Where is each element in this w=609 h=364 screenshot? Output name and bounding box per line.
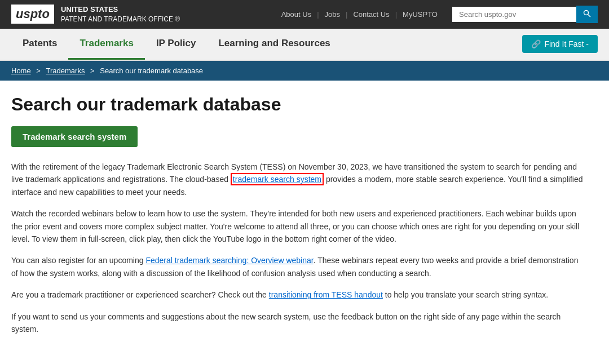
jobs-link[interactable]: Jobs — [319, 10, 346, 19]
breadcrumb-current: Search our trademark database — [100, 66, 203, 75]
nav-ip-policy[interactable]: IP Policy — [145, 29, 208, 60]
agency-text: UNITED STATES PATENT AND TRADEMARK OFFIC… — [61, 5, 180, 24]
find-it-fast-button[interactable]: 🔗 Find It Fast - — [522, 35, 598, 53]
find-it-fast-label: Find It Fast - — [544, 39, 589, 48]
para4: Are you a trademark practitioner or expe… — [11, 288, 586, 301]
page-title: Search our trademark database — [11, 94, 586, 115]
main-content: Search our trademark database Trademark … — [0, 81, 598, 358]
para4-after: to help you translate your search string… — [383, 290, 548, 299]
uspto-logo: uspto — [11, 5, 54, 24]
agency-line1: UNITED STATES — [61, 5, 180, 15]
nav-trademarks[interactable]: Trademarks — [68, 29, 144, 60]
search-input[interactable] — [452, 7, 576, 22]
para4-before: Are you a trademark practitioner or expe… — [11, 290, 269, 299]
trademark-search-button[interactable]: Trademark search system — [11, 126, 138, 147]
search-icon — [583, 10, 591, 17]
agency-line2: PATENT AND TRADEMARK OFFICE ® — [61, 15, 180, 24]
tess-handout-link[interactable]: transitioning from TESS handout — [269, 290, 383, 299]
search-bar — [452, 6, 598, 23]
para2: Watch the recorded webinars below to lea… — [11, 207, 586, 245]
federal-webinar-link[interactable]: Federal trademark searching: Overview we… — [145, 256, 313, 265]
para1: With the retirement of the legacy Tradem… — [11, 161, 586, 198]
logo-area: uspto UNITED STATES PATENT AND TRADEMARK… — [11, 5, 180, 24]
breadcrumb-trademarks[interactable]: Trademarks — [46, 66, 85, 75]
breadcrumb-sep1: > — [36, 66, 42, 75]
top-links: About Us | Jobs | Contact Us | MyUSPTO — [276, 10, 443, 19]
breadcrumb-sep2: > — [90, 66, 96, 75]
top-bar: uspto UNITED STATES PATENT AND TRADEMARK… — [0, 0, 609, 29]
link-icon: 🔗 — [531, 39, 541, 48]
search-button[interactable] — [576, 6, 598, 23]
svg-line-1 — [588, 14, 591, 17]
myuspto-link[interactable]: MyUSPTO — [397, 10, 443, 19]
para3-before: You can also register for an upcoming — [11, 256, 145, 265]
svg-point-0 — [584, 10, 589, 15]
nav-bar: Patents Trademarks IP Policy Learning an… — [0, 29, 609, 61]
para3: You can also register for an upcoming Fe… — [11, 254, 586, 279]
trademark-search-link[interactable]: trademark search system — [231, 173, 324, 185]
breadcrumb-home[interactable]: Home — [11, 66, 31, 75]
nav-learning[interactable]: Learning and Resources — [207, 29, 341, 60]
para5: If you want to send us your comments and… — [11, 310, 586, 336]
about-us-link[interactable]: About Us — [276, 10, 317, 19]
breadcrumb-bar: Home > Trademarks > Search our trademark… — [0, 61, 609, 81]
top-right: About Us | Jobs | Contact Us | MyUSPTO — [276, 6, 598, 23]
contact-us-link[interactable]: Contact Us — [347, 10, 395, 19]
nav-patents[interactable]: Patents — [11, 29, 68, 60]
nav-links: Patents Trademarks IP Policy Learning an… — [11, 29, 342, 60]
